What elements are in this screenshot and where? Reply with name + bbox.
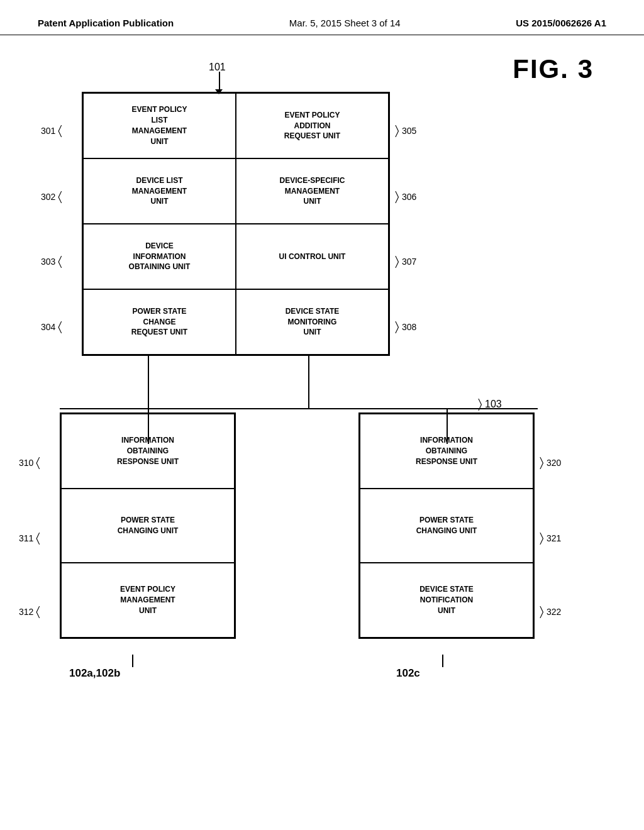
brace-311: 〈 bbox=[36, 531, 40, 545]
brace-303: 〈 bbox=[58, 254, 62, 268]
box-101: EVENT POLICYLISTMANAGEMENTUNIT EVENT POL… bbox=[82, 92, 390, 356]
cell-device-state-monitoring: DEVICE STATEMONITORINGUNIT bbox=[236, 289, 389, 355]
label-311-text: 311 bbox=[19, 533, 33, 543]
cell-device-info-obtaining: DEVICEINFORMATIONOBTAINING UNIT bbox=[83, 224, 236, 289]
brace-312: 〈 bbox=[36, 604, 40, 619]
label-305: 〉 305 bbox=[395, 123, 416, 138]
brace-up-right bbox=[442, 655, 443, 667]
label-302-text: 302 bbox=[41, 192, 55, 202]
label-103: 〉 103 bbox=[478, 397, 502, 411]
brace-320: 〉 bbox=[540, 455, 544, 470]
cell-power-state-change-req: POWER STATECHANGEREQUEST UNIT bbox=[83, 289, 236, 355]
cell-power-state-changing-right: POWER STATECHANGING UNIT bbox=[360, 489, 533, 563]
label-306: 〉 306 bbox=[395, 189, 416, 204]
label-102c-text: 102c bbox=[396, 667, 420, 680]
vline-left-connector bbox=[148, 356, 149, 409]
brace-308: 〉 bbox=[395, 319, 399, 334]
label-308: 〉 308 bbox=[395, 319, 416, 334]
brace-103: 〉 bbox=[478, 397, 482, 411]
publication-title: Patent Application Publication bbox=[38, 18, 174, 28]
label-312: 312 〈 bbox=[19, 604, 40, 619]
label-307-text: 307 bbox=[402, 257, 416, 267]
hline-103 bbox=[60, 408, 538, 409]
cell-ui-control: UI CONTROL UNIT bbox=[236, 224, 389, 289]
label-320: 〉 320 bbox=[540, 455, 561, 470]
label-320-text: 320 bbox=[547, 458, 561, 468]
publication-date: Mar. 5, 2015 Sheet 3 of 14 bbox=[289, 18, 401, 28]
brace-302: 〈 bbox=[58, 189, 62, 204]
brace-321: 〉 bbox=[540, 531, 544, 545]
label-303: 303 〈 bbox=[41, 254, 62, 268]
label-311: 311 〈 bbox=[19, 531, 40, 545]
cell-event-policy-addition: EVENT POLICYADDITIONREQUEST UNIT bbox=[236, 93, 389, 158]
label-321-text: 321 bbox=[547, 533, 561, 543]
label-306-text: 306 bbox=[402, 192, 416, 202]
label-322-text: 322 bbox=[547, 607, 561, 617]
label-302: 302 〈 bbox=[41, 189, 62, 204]
label-303-text: 303 bbox=[41, 257, 55, 267]
box-right-device: INFORMATIONOBTAININGRESPONSE UNIT POWER … bbox=[358, 412, 535, 639]
label-310: 310 〈 bbox=[19, 455, 40, 470]
brace-306: 〉 bbox=[395, 189, 399, 204]
label-102ab-text: 102a,102b bbox=[69, 667, 120, 680]
label-304-text: 304 bbox=[41, 322, 55, 332]
cell-event-policy-mgmt-left: EVENT POLICYMANAGEMENTUNIT bbox=[61, 563, 235, 638]
brace-304: 〈 bbox=[58, 319, 62, 334]
label-101: 101 bbox=[209, 62, 226, 73]
publication-number: US 2015/0062626 A1 bbox=[516, 18, 606, 28]
label-102ab: 102a,102b bbox=[69, 655, 120, 680]
cell-event-policy-list: EVENT POLICYLISTMANAGEMENTUNIT bbox=[83, 93, 236, 158]
label-307: 〉 307 bbox=[395, 254, 416, 268]
content-area: FIG. 3 101 EVENT POLICYLISTMANAGEMENTUNI… bbox=[0, 35, 644, 802]
label-308-text: 308 bbox=[402, 322, 416, 332]
brace-322: 〉 bbox=[540, 604, 544, 619]
label-312-text: 312 bbox=[19, 607, 33, 617]
label-304: 304 〈 bbox=[41, 319, 62, 334]
figure-label: FIG. 3 bbox=[513, 54, 594, 84]
brace-310: 〈 bbox=[36, 455, 40, 470]
label-301: 301 〈 bbox=[41, 123, 62, 138]
label-305-text: 305 bbox=[402, 126, 416, 136]
device-grid-right: INFORMATIONOBTAININGRESPONSE UNIT POWER … bbox=[360, 414, 533, 638]
label-321: 〉 321 bbox=[540, 531, 561, 545]
cell-power-state-changing-left: POWER STATECHANGING UNIT bbox=[61, 489, 235, 563]
page-header: Patent Application Publication Mar. 5, 2… bbox=[0, 0, 644, 35]
cell-device-specific-mgmt: DEVICE-SPECIFICMANAGEMENTUNIT bbox=[236, 158, 389, 224]
vline-right-connector bbox=[308, 356, 309, 409]
label-310-text: 310 bbox=[19, 458, 33, 468]
brace-up-left bbox=[132, 655, 133, 667]
brace-305: 〉 bbox=[395, 123, 399, 138]
arrow-101 bbox=[219, 72, 220, 91]
brace-307: 〉 bbox=[395, 254, 399, 268]
grid-101: EVENT POLICYLISTMANAGEMENTUNIT EVENT POL… bbox=[83, 93, 389, 355]
box-left-device: INFORMATIONOBTAININGRESPONSE UNIT POWER … bbox=[60, 412, 236, 639]
cell-device-state-notification: DEVICE STATENOTIFICATIONUNIT bbox=[360, 563, 533, 638]
device-grid-left: INFORMATIONOBTAININGRESPONSE UNIT POWER … bbox=[61, 414, 235, 638]
cell-info-obtaining-response-left: INFORMATIONOBTAININGRESPONSE UNIT bbox=[61, 414, 235, 489]
label-301-text: 301 bbox=[41, 126, 55, 136]
cell-device-list-mgmt: DEVICE LISTMANAGEMENTUNIT bbox=[83, 158, 236, 224]
label-103-text: 103 bbox=[485, 399, 502, 410]
cell-info-obtaining-response-right: INFORMATIONOBTAININGRESPONSE UNIT bbox=[360, 414, 533, 489]
label-102c: 102c bbox=[396, 655, 420, 680]
brace-301: 〈 bbox=[58, 123, 62, 138]
label-322: 〉 322 bbox=[540, 604, 561, 619]
